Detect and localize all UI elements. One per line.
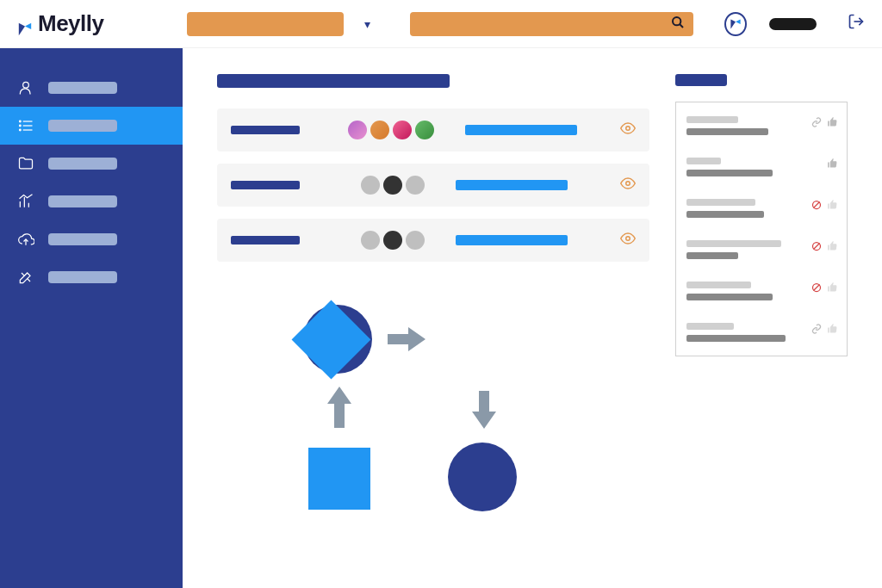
activity-panel (675, 74, 848, 562)
tools-icon (17, 269, 34, 286)
svg-point-19 (626, 237, 630, 241)
panel-card (675, 102, 848, 356)
activity-title (686, 158, 721, 164)
sidebar-item-tools[interactable] (0, 258, 183, 296)
row-avatars (361, 231, 425, 250)
link-icon[interactable] (811, 117, 822, 130)
svg-marker-22 (327, 387, 351, 428)
eye-icon[interactable] (620, 176, 636, 195)
activity-item[interactable] (686, 282, 836, 300)
search-icon (671, 15, 685, 33)
eye-icon[interactable] (620, 121, 636, 139)
list-row[interactable] (217, 164, 649, 207)
row-title (231, 181, 300, 189)
thumbs-up-icon[interactable] (827, 116, 838, 130)
activity-title (686, 199, 755, 206)
thumbs-up-icon[interactable] (827, 282, 838, 295)
activity-item[interactable] (686, 158, 836, 176)
svg-point-7 (23, 82, 29, 88)
avatar-placeholder-icon (383, 231, 402, 250)
user-avatar[interactable] (724, 12, 747, 36)
avatar-icon (348, 121, 367, 139)
thumbs-up-icon[interactable] (827, 199, 838, 213)
thumbs-up-icon[interactable] (827, 240, 838, 254)
flowchart-diagram (303, 305, 562, 529)
row-title (231, 236, 300, 244)
row-progress (465, 125, 577, 135)
svg-line-28 (814, 284, 820, 290)
activity-subtitle (686, 335, 786, 342)
sidebar-item-folder[interactable] (0, 145, 183, 183)
arrow-up-icon (324, 387, 355, 431)
block-icon[interactable] (811, 282, 822, 295)
upload-cloud-icon (17, 231, 34, 248)
avatar-placeholder-icon (361, 231, 380, 250)
sidebar-item-label (48, 271, 117, 283)
search-input[interactable] (410, 12, 694, 36)
sidebar-item-upload[interactable] (0, 220, 183, 258)
avatar-placeholder-icon (383, 176, 402, 195)
arrow-down-icon (469, 391, 500, 432)
activity-subtitle (686, 252, 738, 259)
svg-line-26 (814, 243, 820, 249)
activity-title (686, 240, 781, 247)
sidebar-item-list[interactable] (0, 107, 183, 145)
sidebar-item-label (48, 233, 117, 245)
sidebar-item-label (48, 120, 117, 132)
page-title (217, 74, 450, 88)
avatar-icon (370, 121, 389, 139)
sidebar-item-profile[interactable] (0, 69, 183, 107)
svg-line-3 (680, 24, 683, 28)
activity-subtitle (686, 211, 764, 218)
panel-title (675, 74, 727, 86)
block-icon[interactable] (811, 241, 822, 254)
user-name (769, 18, 817, 30)
activity-title (686, 116, 738, 123)
sidebar-item-label (48, 158, 117, 170)
activity-title (686, 282, 751, 288)
activity-item[interactable] (686, 116, 836, 135)
context-dropdown[interactable] (187, 12, 344, 36)
avatar-icon (393, 121, 412, 139)
activity-item[interactable] (686, 323, 836, 342)
sidebar-item-analytics[interactable] (0, 183, 183, 220)
svg-marker-20 (388, 327, 425, 351)
svg-marker-0 (19, 22, 25, 34)
svg-marker-5 (736, 19, 741, 24)
thumbs-up-icon[interactable] (827, 158, 838, 171)
svg-point-13 (20, 129, 22, 131)
svg-point-11 (20, 121, 22, 122)
list-row[interactable] (217, 219, 649, 262)
activity-title (686, 323, 734, 330)
link-icon[interactable] (811, 324, 822, 337)
avatar-placeholder-icon (406, 176, 425, 195)
activity-item[interactable] (686, 199, 836, 218)
svg-marker-21 (472, 391, 496, 429)
row-progress (456, 235, 568, 245)
row-avatars (361, 176, 425, 195)
list-icon (17, 117, 34, 134)
thumbs-up-icon[interactable] (827, 323, 838, 337)
flowchart-process-node (308, 448, 370, 510)
logout-icon[interactable] (848, 13, 865, 34)
list-row[interactable] (217, 108, 649, 152)
logo-mark-icon (17, 16, 33, 32)
chart-icon (17, 193, 34, 210)
flowchart-end-node (448, 443, 517, 511)
sidebar-nav (0, 48, 183, 588)
main-content (183, 48, 882, 588)
block-icon[interactable] (811, 200, 822, 213)
chevron-down-icon[interactable]: ▾ (364, 17, 370, 31)
user-icon (17, 79, 34, 96)
svg-point-12 (20, 125, 22, 127)
row-title (231, 126, 300, 134)
brand-logo[interactable]: Meylly (17, 10, 104, 37)
eye-icon[interactable] (620, 231, 636, 250)
activity-subtitle (686, 128, 768, 135)
svg-marker-1 (25, 22, 31, 28)
activity-item[interactable] (686, 240, 836, 259)
app-header: Meylly ▾ (0, 0, 882, 48)
brand-name: Meylly (38, 10, 104, 37)
svg-marker-4 (731, 19, 736, 28)
svg-point-17 (626, 127, 630, 131)
